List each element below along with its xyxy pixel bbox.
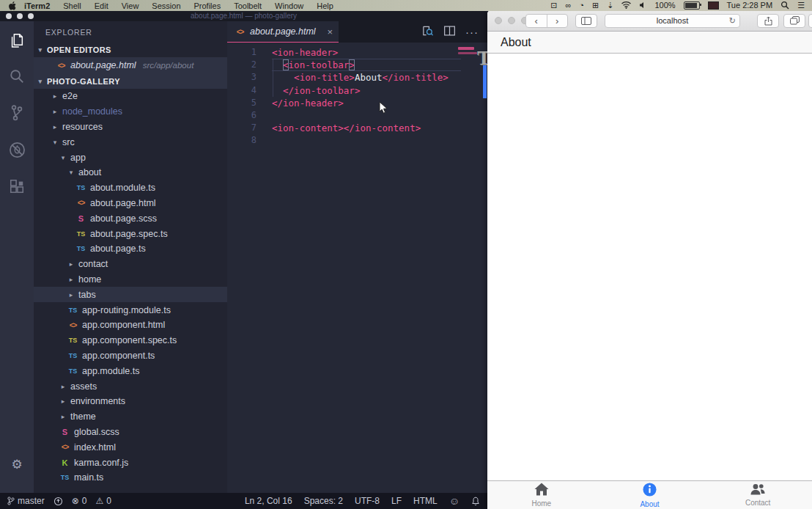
close-tab-icon[interactable]: ×: [327, 26, 333, 37]
tree-item-app.component.html[interactable]: <>app.component.html: [34, 318, 227, 333]
tree-item-assets[interactable]: ▸assets: [34, 378, 227, 394]
tree-item-home[interactable]: ▸home: [34, 272, 227, 288]
tab-home[interactable]: Home: [487, 481, 596, 509]
minimize-window-button[interactable]: [508, 17, 515, 24]
tree-item-about.page.spec.ts[interactable]: TSabout.page.spec.ts: [34, 226, 227, 241]
open-changes-icon[interactable]: [421, 25, 434, 40]
close-window-button[interactable]: [495, 17, 502, 24]
display-icon[interactable]: ⊞: [592, 1, 599, 10]
tree-item-e2e[interactable]: ▸e2e: [34, 89, 227, 104]
settings-gear-icon[interactable]: ⚙: [0, 457, 34, 472]
feedback-smiley-icon[interactable]: ☺: [449, 495, 459, 507]
notification-center-icon[interactable]: ☰: [797, 1, 805, 10]
tree-item-index.html[interactable]: <>index.html: [34, 439, 227, 455]
cursor-position[interactable]: Ln 2, Col 16: [245, 496, 292, 506]
code-line-2[interactable]: 2 <ion-toolbar>: [227, 59, 487, 71]
ionic-tabbar: HomeAboutContact: [487, 480, 812, 509]
open-editor-item[interactable]: <> about.page.html src/app/about: [34, 57, 227, 73]
notifications-bell-icon[interactable]: [471, 497, 480, 506]
vscode-titlebar[interactable]: about.page.html — photo-gallery: [0, 11, 487, 21]
minimap[interactable]: [457, 45, 479, 89]
share-button[interactable]: [757, 14, 779, 28]
split-editor-icon[interactable]: [444, 26, 455, 39]
menu-profiles[interactable]: Profiles: [194, 1, 221, 10]
wifi-icon[interactable]: [621, 1, 631, 10]
search-icon[interactable]: [7, 67, 26, 86]
menu-edit[interactable]: Edit: [95, 1, 108, 10]
tree-item-node_modules[interactable]: ▸node_modules: [34, 104, 227, 120]
download-arrow-icon[interactable]: ⇣: [607, 1, 613, 10]
sidebar-toggle-button[interactable]: [575, 14, 597, 28]
tab-about[interactable]: About: [596, 481, 704, 509]
volume-icon[interactable]: [639, 1, 646, 10]
tree-item-tabs[interactable]: ▸tabs: [34, 287, 227, 302]
eol-setting[interactable]: LF: [391, 496, 402, 506]
code-line-4[interactable]: 4 </ion-toolbar>: [227, 84, 487, 97]
back-button[interactable]: ‹: [526, 15, 547, 26]
extensions-icon[interactable]: [7, 177, 26, 196]
code-line-5[interactable]: 5</ion-header>: [227, 97, 487, 109]
reload-icon[interactable]: ↻: [729, 16, 736, 26]
tree-item-contact[interactable]: ▸contact: [34, 257, 227, 272]
tree-item-global.scss[interactable]: Sglobal.scss: [34, 425, 227, 440]
errors-indicator[interactable]: ⊗0: [72, 496, 87, 506]
tree-item-about.page.scss[interactable]: Sabout.page.scss: [34, 210, 227, 226]
tree-item-src[interactable]: ▾src: [34, 134, 227, 150]
tree-item-app-routing.module.ts[interactable]: TSapp-routing.module.ts: [34, 302, 227, 318]
menubar-clock[interactable]: Tue 2:28 PM: [727, 1, 773, 10]
tab-overview-button[interactable]: [783, 14, 805, 28]
code-area[interactable]: 1<ion-header>2 <ion-toolbar>3 <ion-title…: [227, 43, 487, 493]
tab-contact[interactable]: Contact: [704, 481, 812, 509]
spotlight-icon[interactable]: [780, 1, 789, 11]
warnings-indicator[interactable]: ⚠0: [95, 496, 111, 506]
more-actions-icon[interactable]: ···: [465, 26, 479, 39]
screen-recording-icon[interactable]: ⊡: [550, 1, 557, 10]
tree-item-theme[interactable]: ▸theme: [34, 409, 227, 425]
debug-icon[interactable]: [7, 140, 26, 159]
tree-item-app.component.spec.ts[interactable]: TSapp.component.spec.ts: [34, 333, 227, 348]
new-tab-button[interactable]: +: [808, 14, 812, 28]
code-line-8[interactable]: 8: [227, 134, 487, 147]
menu-shell[interactable]: Shell: [63, 1, 81, 10]
menu-iterm2[interactable]: iTerm2: [24, 1, 50, 10]
code-line-1[interactable]: 1<ion-header>: [227, 46, 487, 59]
macos-menubar: iTerm2ShellEditViewSessionProfilesToolbe…: [0, 0, 812, 11]
tree-item-about[interactable]: ▾about: [34, 165, 227, 180]
forward-button[interactable]: ›: [547, 15, 568, 26]
clock-utility-icon[interactable]: ◔: [579, 1, 584, 10]
address-bar[interactable]: localhost ↻: [605, 14, 740, 28]
menu-toolbelt[interactable]: Toolbelt: [234, 1, 262, 10]
input-source-flag-icon[interactable]: [708, 1, 719, 10]
tree-item-environments[interactable]: ▸environments: [34, 394, 227, 409]
tree-item-resources[interactable]: ▸resources: [34, 120, 227, 135]
git-branch-indicator[interactable]: master: [7, 496, 45, 506]
tree-item-about.page.ts[interactable]: TSabout.page.ts: [34, 241, 227, 257]
apple-menu-icon[interactable]: [9, 1, 17, 10]
project-section-header[interactable]: ▾ PHOTO-GALLERY: [34, 73, 227, 89]
tree-item-karma.conf.js[interactable]: Kkarma.conf.js: [34, 455, 227, 470]
source-control-icon[interactable]: [7, 103, 26, 122]
tree-item-app.component.ts[interactable]: TSapp.component.ts: [34, 348, 227, 364]
encoding-setting[interactable]: UTF-8: [355, 496, 380, 506]
menu-window[interactable]: Window: [275, 1, 303, 10]
tree-item-about.page.html[interactable]: <>about.page.html: [34, 196, 227, 211]
editor-tab-about-page-html[interactable]: <> about.page.html ×: [227, 21, 339, 43]
tree-item-app[interactable]: ▾app: [34, 150, 227, 165]
safari-traffic-lights[interactable]: [495, 17, 528, 24]
indentation-setting[interactable]: Spaces: 2: [304, 496, 343, 506]
menu-view[interactable]: View: [122, 1, 139, 10]
language-mode[interactable]: HTML: [413, 496, 438, 506]
menu-help[interactable]: Help: [317, 1, 333, 10]
code-line-7[interactable]: 7<ion-content></ion-content>: [227, 122, 487, 134]
code-line-3[interactable]: 3 <ion-title>About</ion-title>: [227, 71, 487, 84]
explorer-icon[interactable]: [7, 30, 26, 49]
sync-icon[interactable]: [53, 497, 63, 506]
tree-item-app.module.ts[interactable]: TSapp.module.ts: [34, 363, 227, 378]
open-editors-header[interactable]: ▾ OPEN EDITORS: [34, 42, 227, 57]
code-line-6[interactable]: 6: [227, 109, 487, 122]
code-text: </ion-header>: [256, 97, 344, 109]
tree-item-about.module.ts[interactable]: TSabout.module.ts: [34, 180, 227, 196]
glasses-icon[interactable]: ∞: [565, 1, 571, 10]
tree-item-main.ts[interactable]: TSmain.ts: [34, 470, 227, 486]
menu-session[interactable]: Session: [152, 1, 180, 10]
